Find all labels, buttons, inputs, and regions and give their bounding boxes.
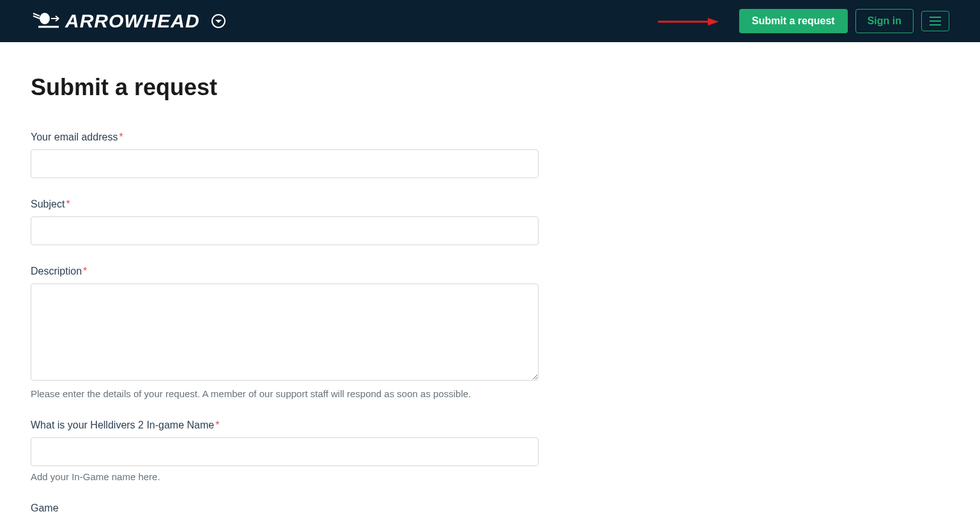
- email-input[interactable]: [31, 149, 539, 178]
- sign-in-button[interactable]: Sign in: [855, 9, 914, 33]
- description-field-group: Description* Please enter the details of…: [31, 266, 538, 399]
- brand-logo[interactable]: ARROWHEAD: [31, 10, 200, 33]
- subject-input[interactable]: [31, 216, 539, 245]
- required-mark: *: [215, 420, 219, 430]
- logo-section: ARROWHEAD: [31, 10, 226, 33]
- brand-name: ARROWHEAD: [65, 10, 200, 32]
- svg-point-0: [40, 13, 50, 24]
- submit-request-button[interactable]: Submit a request: [739, 9, 848, 33]
- chevron-down-icon: [215, 20, 222, 23]
- page-title: Submit a request: [31, 74, 538, 101]
- header-bar: ARROWHEAD Submit a request Sign in: [0, 0, 980, 42]
- hamburger-icon: [930, 17, 941, 26]
- email-label: Your email address*: [31, 132, 538, 143]
- header-actions: Submit a request Sign in: [739, 9, 949, 33]
- game-label: Game: [31, 503, 538, 514]
- description-hint: Please enter the details of your request…: [31, 388, 538, 399]
- ingame-name-field-group: What is your Helldivers 2 In-game Name* …: [31, 420, 538, 482]
- required-mark: *: [66, 199, 70, 209]
- brand-dropdown-toggle[interactable]: [211, 14, 226, 28]
- subject-field-group: Subject*: [31, 199, 538, 245]
- main-content: Submit a request Your email address* Sub…: [0, 42, 569, 530]
- description-label: Description*: [31, 266, 538, 277]
- ingame-name-hint: Add your In-Game name here.: [31, 471, 538, 482]
- menu-button[interactable]: [921, 11, 949, 31]
- ingame-name-label: What is your Helldivers 2 In-game Name*: [31, 420, 538, 431]
- required-mark: *: [119, 132, 123, 142]
- email-field-group: Your email address*: [31, 132, 538, 178]
- description-textarea[interactable]: [31, 284, 539, 381]
- game-field-group: Game: [31, 503, 538, 514]
- required-mark: *: [83, 266, 87, 276]
- arrowhead-logo-icon: [31, 10, 61, 33]
- subject-label: Subject*: [31, 199, 538, 210]
- ingame-name-input[interactable]: [31, 437, 539, 466]
